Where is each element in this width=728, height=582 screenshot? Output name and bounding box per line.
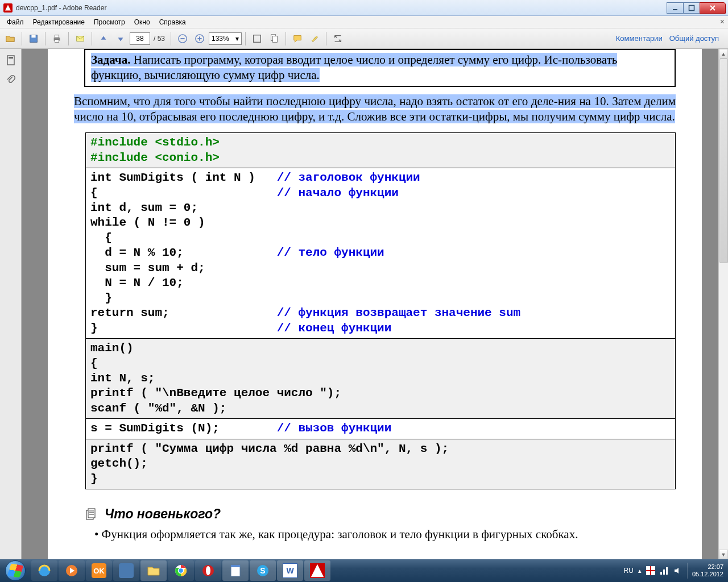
zoom-dropdown[interactable]: 133%▾ — [209, 32, 242, 45]
page-total-label: / 53 — [154, 35, 165, 43]
taskbar-ie[interactable] — [31, 560, 57, 581]
vertical-scrollbar[interactable]: ▲ ▼ — [718, 49, 728, 559]
comment-button[interactable] — [289, 31, 305, 47]
svg-rect-35 — [663, 569, 665, 575]
taskbar-app-1[interactable] — [113, 560, 139, 581]
page-down-button[interactable] — [113, 31, 129, 47]
bullet-item: • Функция оформляется так же, как процед… — [94, 527, 676, 542]
taskbar-explorer[interactable] — [140, 560, 167, 581]
taskbar-opera[interactable] — [195, 560, 221, 581]
email-button[interactable] — [72, 31, 88, 47]
pdf-page: Задача. Написать программу, которая ввод… — [48, 49, 702, 559]
svg-rect-30 — [231, 565, 240, 567]
start-button[interactable] — [0, 559, 31, 582]
svg-rect-36 — [666, 567, 668, 575]
pages-icon — [85, 508, 98, 521]
zoom-out-button[interactable] — [175, 31, 191, 47]
svg-point-28 — [206, 566, 210, 575]
svg-text:S: S — [260, 566, 265, 575]
scroll-thumb[interactable] — [719, 59, 728, 263]
task-box: Задача. Написать программу, которая ввод… — [84, 49, 676, 87]
code-row: int SumDigits ( int N ) // заголовок фун… — [86, 168, 675, 339]
thumbnails-icon[interactable] — [4, 53, 18, 67]
maximize-button[interactable] — [683, 2, 700, 14]
taskbar-chrome[interactable] — [168, 560, 194, 581]
code-box: #include <stdio.h> #include <conio.h> in… — [85, 132, 676, 489]
close-button[interactable] — [700, 2, 726, 14]
svg-rect-0 — [673, 9, 677, 10]
code-row: printf ( "Сумма цифр числа %d равна %d\n… — [86, 439, 675, 489]
menu-window[interactable]: Окно — [130, 17, 155, 27]
code-row: s = SumDigits (N); // вызов функции — [86, 419, 675, 439]
svg-rect-19 — [88, 509, 95, 518]
side-panel — [0, 49, 22, 559]
menu-close-icon[interactable]: × — [720, 17, 725, 26]
menu-view[interactable]: Просмотр — [89, 17, 130, 27]
menu-edit[interactable]: Редактирование — [28, 17, 89, 27]
attachments-icon[interactable] — [4, 73, 18, 86]
highlight-button[interactable] — [307, 31, 322, 47]
window-title: devcpp_1.pdf - Adobe Reader — [16, 4, 667, 12]
svg-rect-12 — [199, 36, 200, 40]
document-viewport: Задача. Написать программу, которая ввод… — [22, 49, 728, 559]
windows-taskbar: OK S W RU ▴ 22:07 05.12.2012 — [0, 559, 728, 582]
taskbar-player[interactable] — [59, 560, 85, 581]
page-number-input[interactable] — [130, 32, 150, 45]
taskbar-ok[interactable]: OK — [86, 560, 112, 581]
read-mode-button[interactable] — [330, 31, 346, 47]
toolbar: / 53 133%▾ Комментарии Общий доступ — [0, 28, 728, 49]
tool-button-2[interactable] — [266, 31, 282, 47]
zoom-in-button[interactable] — [192, 31, 208, 47]
save-button[interactable] — [26, 31, 42, 47]
menu-bar: Файл Редактирование Просмотр Окно Справк… — [0, 16, 728, 28]
menu-file[interactable]: Файл — [2, 17, 28, 27]
share-link[interactable]: Общий доступ — [669, 34, 719, 43]
scroll-down-icon[interactable]: ▼ — [719, 550, 728, 559]
taskbar-word[interactable]: W — [277, 560, 303, 581]
app-icon — [3, 3, 13, 13]
svg-rect-34 — [660, 572, 662, 575]
clock[interactable]: 22:07 05.12.2012 — [692, 563, 723, 578]
taskbar-skype[interactable]: S — [250, 560, 276, 581]
svg-rect-15 — [272, 36, 277, 42]
svg-rect-13 — [254, 35, 261, 42]
volume-icon[interactable] — [673, 566, 682, 575]
input-language[interactable]: RU — [624, 567, 634, 575]
code-row: main() { int N, s; printf ( "\nВведите ц… — [86, 339, 675, 419]
taskbar-reader[interactable] — [304, 560, 330, 581]
svg-rect-5 — [55, 35, 59, 37]
paragraph: Вспомним, что для того чтобы найти после… — [74, 94, 676, 125]
svg-rect-6 — [55, 39, 59, 42]
scroll-up-icon[interactable]: ▲ — [719, 49, 728, 59]
svg-rect-3 — [31, 35, 35, 37]
tray-expand-icon[interactable]: ▴ — [638, 567, 642, 575]
system-tray: RU ▴ 22:07 05.12.2012 — [624, 563, 728, 579]
svg-rect-1 — [689, 5, 694, 10]
section-heading: Что новенького? — [85, 506, 676, 522]
comments-link[interactable]: Комментарии — [616, 34, 663, 43]
page-up-button[interactable] — [96, 31, 111, 47]
minimize-button[interactable] — [667, 2, 684, 14]
network-icon[interactable] — [660, 566, 669, 575]
menu-help[interactable]: Справка — [155, 17, 191, 27]
svg-rect-9 — [180, 38, 184, 39]
window-titlebar: devcpp_1.pdf - Adobe Reader — [0, 0, 728, 16]
taskbar-notepad[interactable] — [222, 560, 249, 581]
print-button[interactable] — [49, 31, 65, 47]
flag-icon[interactable] — [646, 566, 655, 575]
svg-rect-17 — [9, 57, 13, 59]
open-button[interactable] — [2, 31, 18, 47]
svg-point-26 — [179, 568, 184, 573]
code-row: #include <stdio.h> #include <conio.h> — [86, 133, 675, 168]
tool-button-1[interactable] — [249, 31, 265, 47]
